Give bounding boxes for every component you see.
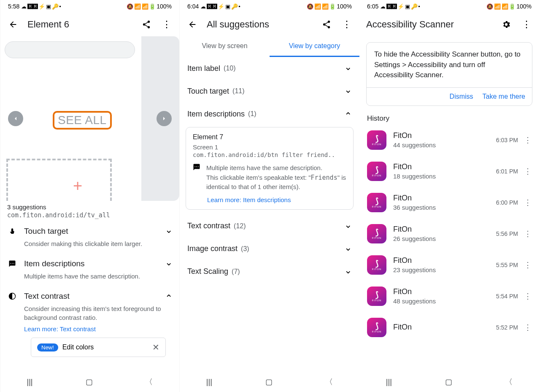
info-card: To hide the Accessibility Scanner button… bbox=[366, 42, 532, 106]
screen-label: Screen 1 bbox=[193, 143, 346, 151]
status-bar: 6:05 ☁ 🅼🅼 ⚡ ▣ 🔑 • 🔕 📶 📶 🔋 100% bbox=[359, 0, 539, 13]
chevron-up-icon bbox=[165, 291, 173, 302]
tab-view-by-category[interactable]: View by category bbox=[270, 36, 359, 57]
edit-colors-label[interactable]: Edit colors bbox=[62, 343, 148, 351]
suggestion-item-descriptions[interactable]: Item descriptions Multiple items have th… bbox=[0, 252, 179, 285]
history-item[interactable]: ⟆FITONFitOn48 suggestions5:54 PM⋮ bbox=[359, 281, 539, 312]
more-icon[interactable]: ⋮ bbox=[341, 19, 353, 30]
history-more-icon[interactable]: ⋮ bbox=[521, 292, 534, 301]
status-right-icons: 🔕 📶 📶 🔋 bbox=[486, 3, 515, 10]
back-button[interactable]: 〈 bbox=[325, 377, 333, 387]
app-bar: All suggestions ⋮ bbox=[180, 13, 359, 36]
chevron-down-icon bbox=[344, 243, 352, 254]
history-more-icon[interactable]: ⋮ bbox=[521, 229, 534, 238]
page-title: Accessibility Scanner bbox=[366, 19, 492, 30]
suggestion-text-contrast[interactable]: Text contrast Consider increasing this i… bbox=[0, 285, 179, 361]
suggestion-count: 3 suggestions bbox=[7, 203, 173, 211]
category-text-contrast[interactable]: Text contrast (12) bbox=[180, 215, 359, 238]
app-icon: ⟆FITON bbox=[367, 255, 386, 275]
back-button[interactable]: 〈 bbox=[145, 377, 153, 387]
recents-button[interactable]: ||| bbox=[27, 378, 32, 387]
history-app-name: FitOn bbox=[393, 131, 496, 140]
history-app-name: FitOn bbox=[393, 162, 496, 171]
chevron-up-icon bbox=[344, 108, 352, 119]
history-more-icon[interactable]: ⋮ bbox=[521, 167, 534, 176]
history-item[interactable]: ⟆FITONFitOn26 suggestions5:56 PM⋮ bbox=[359, 218, 539, 249]
phone-all-suggestions: 6:04 ☁ 🅼🅼 ⚡ ▣ 🔑 • 🔕 📶 📶 🔋 100% All sugge… bbox=[180, 0, 359, 392]
more-icon[interactable]: ⋮ bbox=[161, 19, 173, 30]
back-button[interactable]: 〈 bbox=[505, 377, 513, 387]
status-time: 6:04 bbox=[187, 3, 199, 10]
history-sub: 23 suggestions bbox=[393, 266, 496, 273]
category-image-contrast[interactable]: Image contrast (3) bbox=[180, 238, 359, 260]
category-touch-target[interactable]: Touch target (11) bbox=[180, 80, 359, 103]
history-time: 5:52 PM bbox=[496, 324, 518, 331]
info-actions: Dismiss Take me there bbox=[367, 87, 532, 105]
back-icon[interactable] bbox=[7, 19, 19, 30]
page-title: All suggestions bbox=[207, 19, 312, 30]
info-text: To hide the Accessibility Scanner button… bbox=[367, 43, 532, 87]
status-bar: 5:58 ☁ 🅼🅼 ⚡ ▣ 🔑 • 🔕 📶 📶 🔋 100% bbox=[0, 0, 179, 13]
home-button[interactable]: ▢ bbox=[445, 377, 452, 387]
chevron-down-icon bbox=[344, 266, 352, 277]
status-time: 5:58 bbox=[8, 3, 19, 10]
history-item[interactable]: ⟆FITONFitOn18 suggestions6:01 PM⋮ bbox=[359, 156, 539, 187]
page-title: Element 6 bbox=[27, 19, 132, 30]
history-app-name: FitOn bbox=[393, 323, 496, 332]
history-list: ⟆FITONFitOn44 suggestions6:03 PM⋮⟆FITONF… bbox=[359, 124, 539, 343]
share-icon[interactable] bbox=[321, 19, 332, 30]
next-element-button[interactable] bbox=[157, 111, 172, 126]
category-count: (7) bbox=[232, 268, 240, 276]
learn-more-link[interactable]: Learn more: Item descriptions bbox=[207, 196, 346, 203]
share-icon[interactable] bbox=[140, 19, 152, 30]
chevron-down-icon bbox=[165, 226, 173, 237]
status-left-icons: ☁ 🅼🅼 ⚡ ▣ 🔑 • bbox=[21, 3, 61, 10]
category-item-descriptions[interactable]: Item descriptions (1) bbox=[180, 103, 359, 125]
history-item[interactable]: ⟆FITONFitOn5:52 PM⋮ bbox=[359, 312, 539, 343]
more-icon[interactable]: ⋮ bbox=[521, 19, 532, 30]
suggestion-title: Item descriptions bbox=[24, 259, 165, 268]
preview-chip bbox=[5, 41, 135, 58]
history-more-icon[interactable]: ⋮ bbox=[521, 135, 534, 145]
history-more-icon[interactable]: ⋮ bbox=[521, 323, 534, 332]
home-button[interactable]: ▢ bbox=[265, 377, 273, 387]
prev-element-button[interactable] bbox=[8, 111, 23, 126]
highlighted-element: SEE ALL bbox=[53, 111, 112, 130]
history-more-icon[interactable]: ⋮ bbox=[521, 198, 534, 207]
app-icon: ⟆FITON bbox=[367, 130, 386, 150]
tab-view-by-screen[interactable]: View by screen bbox=[180, 36, 270, 57]
recents-button[interactable]: ||| bbox=[386, 378, 392, 387]
category-count: (10) bbox=[224, 65, 235, 72]
home-button[interactable]: ▢ bbox=[86, 377, 93, 387]
category-count: (1) bbox=[248, 110, 256, 118]
category-name: Text Scaling bbox=[187, 267, 228, 276]
battery-text: 100% bbox=[337, 3, 352, 10]
category-item-label[interactable]: Item label (10) bbox=[180, 57, 359, 80]
status-bar: 6:04 ☁ 🅼🅼 ⚡ ▣ 🔑 • 🔕 📶 📶 🔋 100% bbox=[180, 0, 359, 13]
history-item[interactable]: ⟆FITONFitOn36 suggestions6:00 PM⋮ bbox=[359, 187, 539, 218]
category-text-scaling[interactable]: Text Scaling (7) bbox=[180, 260, 359, 283]
history-more-icon[interactable]: ⋮ bbox=[521, 260, 534, 270]
history-time: 6:03 PM bbox=[496, 137, 518, 143]
back-icon[interactable] bbox=[186, 19, 198, 30]
app-icon: ⟆FITON bbox=[367, 224, 386, 243]
dismiss-button[interactable]: Dismiss bbox=[450, 93, 473, 100]
system-nav-bar: ||| ▢ 〈 bbox=[0, 372, 179, 392]
history-item[interactable]: ⟆FITONFitOn44 suggestions6:03 PM⋮ bbox=[359, 124, 539, 156]
suggestion-touch-target[interactable]: Touch target Consider making this clicka… bbox=[0, 220, 179, 252]
history-app-name: FitOn bbox=[393, 194, 496, 203]
history-item[interactable]: ⟆FITONFitOn23 suggestions5:55 PM⋮ bbox=[359, 249, 539, 281]
take-me-there-button[interactable]: Take me there bbox=[483, 93, 525, 100]
learn-more-link[interactable]: Learn more: Text contrast bbox=[24, 325, 173, 333]
detail-line1: Multiple items have the same description… bbox=[206, 163, 346, 173]
close-icon[interactable]: ✕ bbox=[152, 342, 159, 352]
status-right-icons: 🔕 📶 📶 🔋 bbox=[307, 3, 335, 10]
history-sub: 48 suggestions bbox=[393, 297, 496, 305]
app-icon: ⟆FITON bbox=[367, 162, 386, 181]
detail-line2: This clickable item's speakable text: "F… bbox=[206, 173, 346, 192]
history-app-name: FitOn bbox=[393, 256, 496, 265]
suggestion-detail-card[interactable]: Element 7 Screen 1 com.fiton.android:id/… bbox=[186, 127, 354, 210]
recents-button[interactable]: ||| bbox=[206, 378, 212, 387]
settings-icon[interactable] bbox=[500, 19, 512, 30]
suggestion-title: Text contrast bbox=[24, 292, 165, 301]
